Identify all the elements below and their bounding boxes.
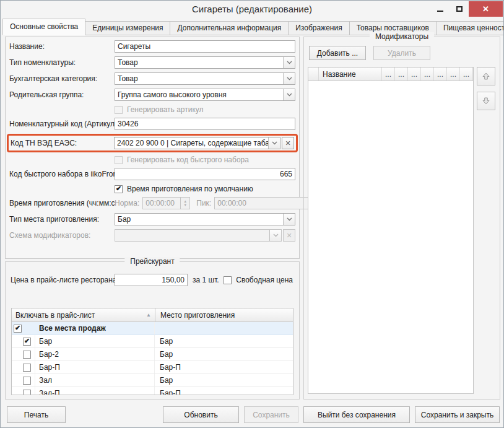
table-row-bar[interactable]: Бар Бар — [12, 335, 293, 348]
tn-ved-value: 2402 20 900 0 | Сигареты, содержащие таб… — [115, 138, 268, 149]
form-row-cooking-place-type: Тип места приготовления: Бар — [9, 213, 295, 225]
tab-nutrition[interactable]: Пищевая ценность — [436, 21, 504, 35]
modifiers-column-dots[interactable]: ... — [460, 68, 473, 81]
tn-ved-clear-button[interactable]: ✕ — [282, 137, 294, 149]
name-input[interactable] — [115, 40, 295, 53]
chevron-down-icon — [272, 141, 277, 145]
price-unit-label: за 1 шт. — [193, 276, 219, 284]
generate-article-checkbox[interactable] — [115, 106, 123, 114]
tab-additional-info[interactable]: Дополнительная информация — [170, 21, 289, 35]
cooking-place-type-label: Тип места приготовления: — [9, 215, 115, 224]
modifiers-column-dots[interactable]: ... — [421, 68, 434, 81]
quick-code-input[interactable] — [115, 168, 295, 180]
add-modifier-button[interactable]: Добавить ... — [309, 46, 366, 60]
article-label: Номенклатурный код (Артикул): — [9, 120, 115, 128]
cooking-place-type-value: Бар — [115, 214, 283, 225]
form-row-generate-quick-code: Генерировать код быстрого набора — [9, 155, 295, 165]
move-down-button — [477, 92, 495, 110]
row-checkbox[interactable] — [23, 351, 31, 359]
modifiers-column-dots[interactable]: ... — [382, 68, 395, 81]
accounting-category-select[interactable]: Товар — [115, 72, 295, 85]
row-checkbox[interactable] — [23, 338, 31, 346]
cooking-time-label: Время приготовления (чч:мм:сс): — [9, 199, 115, 207]
parent-group-select[interactable]: Группа самого высокого уровня — [115, 89, 295, 101]
modifiers-column-name[interactable]: Название — [319, 68, 382, 81]
column-header-include[interactable]: Включать в прайс-лист ▲ — [12, 308, 155, 321]
form-row-modifier-scheme: Схема модификаторов: ✕ — [9, 229, 295, 242]
edit-product-window: Сигареты (редактирование) ✕ Основные сво… — [0, 0, 504, 428]
form-row-parent-group: Родительская группа: Группа самого высок… — [9, 89, 295, 101]
row-name: Бар — [35, 335, 155, 347]
tn-ved-label: Код ТН ВЭД ЕАЭС: — [11, 139, 114, 147]
table-row-bar-2[interactable]: Бар-2 Бар — [12, 348, 293, 361]
tab-units[interactable]: Единицы измерения — [85, 21, 170, 35]
modifiers-column-dots[interactable]: ... — [395, 68, 408, 81]
tn-ved-select[interactable]: 2402 20 900 0 | Сигареты, содержащие таб… — [114, 137, 280, 149]
table-row-all-sale-places[interactable]: Все места продаж — [12, 322, 293, 335]
cooking-time-peak-label: Пик: — [196, 199, 211, 207]
spinner-down-icon: ▾ — [185, 203, 187, 207]
generate-article-label: Генерировать артикул — [127, 105, 204, 114]
maximize-button[interactable] — [450, 1, 469, 17]
modifiers-table: Название ... ... ... ... ... ... ... — [308, 67, 474, 394]
table-row-zal[interactable]: Зал Бар — [12, 374, 293, 387]
refresh-button[interactable]: Обновить — [163, 406, 239, 423]
article-input[interactable] — [115, 118, 295, 130]
row-checkbox[interactable] — [23, 364, 31, 372]
nomenclature-type-select[interactable]: Товар — [115, 56, 295, 69]
price-label: Цена в прайс-листе ресторана: — [11, 276, 115, 284]
arrow-down-icon — [482, 97, 490, 105]
row-place: Бар — [155, 348, 293, 360]
modifiers-body: Название ... ... ... ... ... ... ... — [308, 67, 498, 394]
cooking-time-peak-input[interactable] — [214, 197, 316, 209]
form-row-generate-article: Генерировать артикул — [9, 105, 295, 115]
minimize-button[interactable] — [430, 1, 450, 17]
table-row-zal-p[interactable]: Зал-П Бар-П — [12, 387, 293, 395]
modifiers-table-header: Название ... ... ... ... ... ... ... — [308, 68, 473, 81]
form-row-quick-code: Код быстрого набора в iikoFront: — [9, 168, 295, 180]
modifier-scheme-value — [115, 230, 269, 241]
tab-images[interactable]: Изображения — [288, 21, 349, 35]
price-list-table-header: Включать в прайс-лист ▲ Место приготовле… — [12, 308, 293, 322]
generate-quick-code-checkbox[interactable] — [115, 156, 123, 164]
nomenclature-type-dropdown-button[interactable] — [283, 57, 295, 68]
modifier-scheme-select — [115, 229, 282, 242]
exit-without-saving-button[interactable]: Выйти без сохранения — [303, 406, 410, 423]
cooking-place-type-dropdown-button[interactable] — [283, 214, 295, 225]
form-row-tn-ved-highlighted: Код ТН ВЭД ЕАЭС: 2402 20 900 0 | Сигарет… — [7, 134, 298, 152]
modifiers-column-empty — [308, 68, 319, 81]
tn-ved-dropdown-button[interactable] — [268, 138, 280, 149]
modifiers-column-dots[interactable]: ... — [447, 68, 460, 81]
price-row: Цена в прайс-листе ресторана: за 1 шт. С… — [11, 273, 294, 287]
column-header-place[interactable]: Место приготовления — [155, 308, 293, 321]
form-row-name: Название: — [9, 40, 295, 53]
modifiers-table-body[interactable] — [308, 81, 473, 393]
modifiers-column-dots[interactable]: ... — [434, 68, 447, 81]
free-price-checkbox[interactable] — [224, 276, 232, 284]
nomenclature-type-value: Товар — [115, 57, 283, 68]
row-checkbox[interactable] — [14, 325, 22, 333]
print-button[interactable]: Печать — [7, 406, 66, 423]
modifiers-column-dots[interactable]: ... — [408, 68, 421, 81]
move-up-button — [477, 67, 495, 85]
cooking-place-type-select[interactable]: Бар — [115, 213, 295, 225]
save-and-close-button[interactable]: Сохранить и закрыть — [415, 406, 500, 423]
modifiers-buttons: Добавить ... Удалить — [309, 46, 500, 60]
generate-quick-code-label: Генерировать код быстрого набора — [127, 155, 249, 164]
row-checkbox[interactable] — [23, 390, 31, 396]
row-checkbox[interactable] — [23, 377, 31, 385]
spinner-buttons[interactable]: ▴▾ — [181, 197, 190, 209]
window-controls: ✕ — [430, 1, 503, 17]
form-row-cooking-time: Время приготовления (чч:мм:сс): Норма: ▴… — [9, 197, 295, 209]
close-button[interactable]: ✕ — [469, 1, 503, 17]
parent-group-dropdown-button[interactable] — [283, 89, 295, 100]
accounting-category-dropdown-button[interactable] — [283, 73, 295, 84]
modifier-scheme-clear-button: ✕ — [283, 229, 295, 242]
table-row-bar-p[interactable]: Бар-П Бар-П — [12, 361, 293, 374]
tab-main-properties[interactable]: Основные свойства — [2, 19, 85, 35]
default-cooking-time-checkbox[interactable] — [115, 185, 123, 193]
price-input[interactable] — [115, 274, 188, 286]
free-price-label: Свободная цена — [236, 276, 293, 284]
cooking-time-norm-input[interactable] — [142, 197, 181, 209]
cooking-time-norm-label: Норма: — [115, 199, 139, 207]
